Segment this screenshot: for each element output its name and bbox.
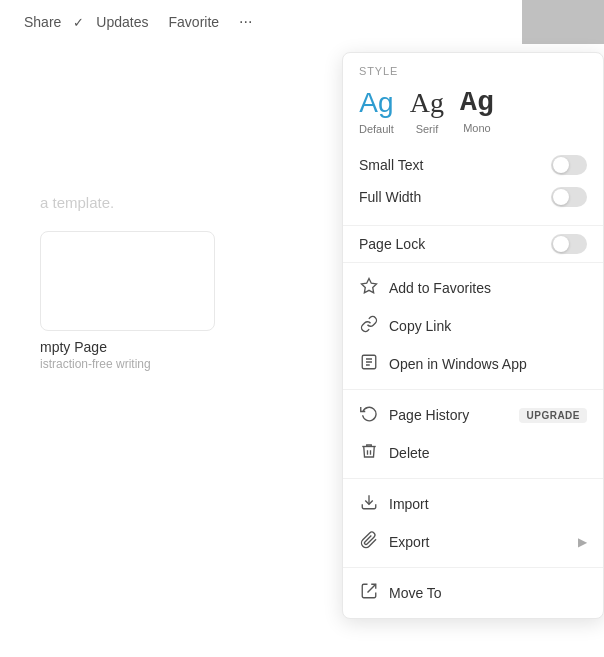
more-options-button[interactable]: ··· <box>231 9 260 35</box>
delete-item[interactable]: Delete <box>343 434 603 472</box>
move-to-icon <box>359 582 379 604</box>
upgrade-badge: UPGRADE <box>519 408 587 423</box>
page-lock-toggle[interactable] <box>551 234 587 254</box>
import-label: Import <box>389 496 587 512</box>
favorites-section: Add to Favorites Copy Link Open in Windo… <box>343 263 603 390</box>
page-history-label: Page History <box>389 407 509 423</box>
page-name: mpty Page <box>40 339 303 355</box>
updates-button[interactable]: Updates <box>88 10 156 34</box>
import-item[interactable]: Import <box>343 485 603 523</box>
export-item[interactable]: Export ▶ <box>343 523 603 561</box>
font-default[interactable]: Ag Default <box>359 87 394 135</box>
font-serif[interactable]: Ag Serif <box>410 87 444 135</box>
page-history-item[interactable]: Page History UPGRADE <box>343 396 603 434</box>
font-mono-letter: Ag <box>460 87 494 118</box>
page-card <box>40 231 215 331</box>
history-section: Page History UPGRADE Delete <box>343 390 603 479</box>
font-mono-name: Mono <box>463 122 491 134</box>
import-export-section: Import Export ▶ <box>343 479 603 568</box>
move-section: Move To <box>343 568 603 618</box>
page-desc: istraction-free writing <box>40 357 303 371</box>
move-to-item[interactable]: Move To <box>343 574 603 612</box>
style-section: STYLE Ag Default Ag Serif Ag Mono Small … <box>343 53 603 226</box>
font-default-name: Default <box>359 123 394 135</box>
favorite-button[interactable]: Favorite <box>161 10 228 34</box>
import-icon <box>359 493 379 515</box>
export-label: Export <box>389 534 568 550</box>
small-text-label: Small Text <box>359 157 423 173</box>
copy-link-item[interactable]: Copy Link <box>343 307 603 345</box>
font-serif-name: Serif <box>416 123 439 135</box>
export-icon <box>359 531 379 553</box>
template-text: a template. <box>40 194 303 211</box>
open-in-app-item[interactable]: Open in Windows App <box>343 345 603 383</box>
trash-icon <box>359 442 379 464</box>
style-label: STYLE <box>359 65 587 77</box>
font-options: Ag Default Ag Serif Ag Mono <box>359 87 587 135</box>
page-lock-section: Page Lock <box>343 226 603 263</box>
font-serif-letter: Ag <box>410 87 444 119</box>
svg-marker-0 <box>362 279 377 293</box>
copy-link-label: Copy Link <box>389 318 587 334</box>
background-page: Share ✓ Updates Favorite ··· a template.… <box>0 0 343 657</box>
top-bar: Share ✓ Updates Favorite ··· <box>0 0 343 44</box>
delete-label: Delete <box>389 445 587 461</box>
check-icon: ✓ <box>73 15 84 30</box>
notion-icon <box>359 353 379 375</box>
font-default-letter: Ag <box>359 87 393 119</box>
gray-button[interactable] <box>522 0 604 44</box>
small-text-row: Small Text <box>359 149 587 181</box>
full-width-label: Full Width <box>359 189 421 205</box>
page-lock-label: Page Lock <box>359 236 425 252</box>
add-to-favorites-label: Add to Favorites <box>389 280 587 296</box>
font-mono[interactable]: Ag Mono <box>460 87 494 135</box>
add-to-favorites-item[interactable]: Add to Favorites <box>343 269 603 307</box>
history-icon <box>359 404 379 426</box>
share-button[interactable]: Share <box>16 10 69 34</box>
full-width-toggle[interactable] <box>551 187 587 207</box>
move-to-label: Move To <box>389 585 587 601</box>
star-icon <box>359 277 379 299</box>
export-chevron-icon: ▶ <box>578 535 587 549</box>
full-width-row: Full Width <box>359 181 587 213</box>
copy-link-icon <box>359 315 379 337</box>
small-text-toggle[interactable] <box>551 155 587 175</box>
dropdown-menu: STYLE Ag Default Ag Serif Ag Mono Small … <box>342 52 604 619</box>
open-in-app-label: Open in Windows App <box>389 356 587 372</box>
